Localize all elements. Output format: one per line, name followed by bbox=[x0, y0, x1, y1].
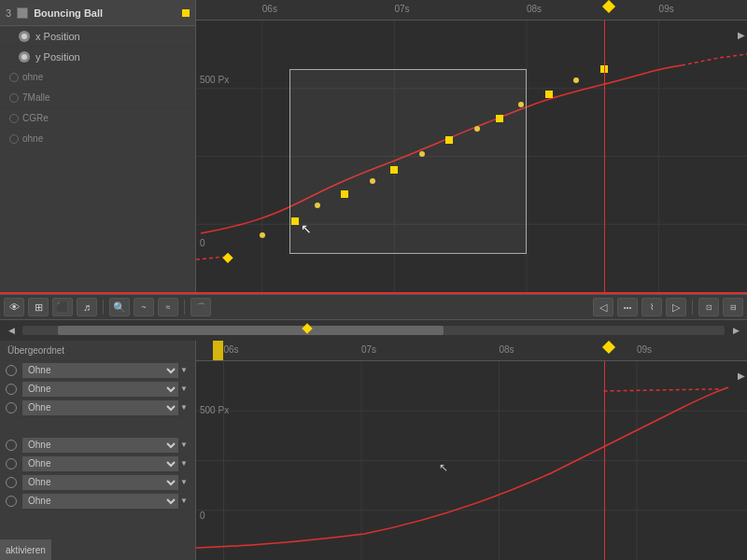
tick-08s-bot: 08s bbox=[500, 344, 514, 355]
nav-prev-btn[interactable]: ◀ bbox=[4, 323, 19, 338]
keyframe-3[interactable] bbox=[341, 190, 348, 198]
dropdown-5[interactable]: Ohne bbox=[22, 456, 178, 471]
dropdown-arrow-4: ▼ bbox=[180, 441, 190, 450]
tick-06s-bot: 06s bbox=[224, 344, 239, 355]
toolbar-dot2-btn[interactable]: ⊡ bbox=[698, 298, 719, 316]
layer-dots bbox=[182, 9, 190, 17]
row-dot-3 bbox=[9, 114, 19, 123]
timeline-playhead-marker-top bbox=[602, 0, 615, 13]
toolbar-grid-btn[interactable]: ⊞ bbox=[28, 298, 49, 316]
keyframe-4[interactable] bbox=[390, 166, 398, 174]
playhead-line-top bbox=[604, 21, 605, 292]
aktivieren-label: aktivieren bbox=[0, 539, 51, 560]
toolbar-dot1-btn[interactable]: ••• bbox=[617, 298, 638, 316]
row-text-1: ohne bbox=[22, 72, 43, 82]
keyframe-6[interactable] bbox=[496, 115, 503, 122]
empty-row-2: 7Malle bbox=[0, 88, 195, 108]
row-text-2: 7Malle bbox=[22, 92, 49, 103]
layer-name: Bouncing Ball bbox=[34, 7, 103, 19]
dropdown-1[interactable]: Ohne bbox=[22, 363, 178, 378]
toolbar-curve1-btn[interactable]: ~ bbox=[134, 298, 154, 316]
empty-rows-top: ohne 7Malle CGRe ohne bbox=[0, 67, 195, 292]
property-row-x[interactable]: x Position bbox=[0, 26, 195, 47]
tick-07s-bot: 07s bbox=[361, 344, 376, 355]
toolbar-headphone-btn[interactable]: ♬ bbox=[77, 298, 97, 316]
y-label-500-top: 500 Px bbox=[200, 75, 229, 85]
playhead-line-bottom bbox=[604, 361, 605, 560]
tangent-3 bbox=[370, 178, 375, 184]
toolbar-eye-btn[interactable]: 👁 bbox=[4, 298, 24, 316]
property-row-y[interactable]: y Position bbox=[0, 47, 195, 67]
scroll-right-top[interactable]: ▶ bbox=[738, 30, 745, 40]
svg-line-7 bbox=[196, 257, 224, 259]
cursor-indicator: ↖ bbox=[301, 221, 308, 231]
toolbar-zoom-btn[interactable]: 🔍 bbox=[109, 298, 130, 316]
y-label-0-top: 0 bbox=[200, 238, 205, 248]
graph-area-bottom: 06s 07s 08s 09s bbox=[196, 341, 747, 560]
spacer-bottom bbox=[0, 417, 195, 436]
empty-row-1: ohne bbox=[0, 67, 195, 88]
dropdown-icon-7 bbox=[6, 496, 17, 507]
dropdown-row-6[interactable]: Ohne ▼ bbox=[0, 473, 195, 492]
empty-row-3: CGRe bbox=[0, 108, 195, 129]
dropdown-4[interactable]: Ohne bbox=[22, 438, 178, 453]
toolbar-arrow-l-btn[interactable]: ◁ bbox=[593, 298, 613, 316]
scroll-right-bottom[interactable]: ▶ bbox=[738, 371, 745, 381]
keyframe-2[interactable] bbox=[291, 217, 299, 225]
dropdown-7[interactable]: Ohne bbox=[22, 494, 178, 509]
top-section: 3 Bouncing Ball x Position y Position bbox=[0, 0, 747, 294]
toolbar-sep-3 bbox=[692, 300, 693, 315]
keyframe-7[interactable] bbox=[545, 91, 553, 98]
dropdown-row-1[interactable]: Ohne ▼ bbox=[0, 361, 195, 380]
cursor-bottom: ↖ bbox=[439, 461, 448, 474]
dropdown-icon-6 bbox=[6, 477, 17, 488]
layer-header[interactable]: 3 Bouncing Ball bbox=[0, 0, 195, 26]
nav-scroll-thumb[interactable] bbox=[58, 326, 444, 335]
keyframe-5[interactable] bbox=[445, 136, 453, 144]
dropdown-row-4[interactable]: Ohne ▼ bbox=[0, 436, 195, 455]
dropdown-3[interactable]: Ohne bbox=[22, 400, 178, 415]
tangent-1 bbox=[260, 232, 265, 238]
empty-row-4: ohne bbox=[0, 129, 195, 149]
layer-color-box bbox=[17, 7, 28, 19]
dropdown-icon-5 bbox=[6, 458, 17, 469]
nav-next-btn[interactable]: ▶ bbox=[728, 323, 743, 338]
dropdown-arrow-6: ▼ bbox=[180, 478, 190, 487]
dropdown-row-5[interactable]: Ohne ▼ bbox=[0, 455, 195, 473]
tangent-7 bbox=[573, 77, 579, 83]
dropdown-arrow-7: ▼ bbox=[180, 497, 190, 506]
dropdown-icon-2 bbox=[6, 384, 17, 395]
toolbar-wave-btn[interactable]: ⌇ bbox=[641, 298, 662, 316]
tangent-2 bbox=[315, 203, 320, 208]
dropdown-row-3[interactable]: Ohne ▼ bbox=[0, 399, 195, 417]
toolbar-curve2-btn[interactable]: ≈ bbox=[158, 298, 178, 316]
dropdown-row-7[interactable]: Ohne ▼ bbox=[0, 492, 195, 511]
layer-number: 3 bbox=[6, 7, 11, 19]
tick-09s-bot: 09s bbox=[637, 344, 652, 355]
active-region-bot bbox=[213, 341, 224, 360]
toolbar-bezier-btn[interactable]: ⌒ bbox=[190, 298, 211, 316]
dropdown-icon-1 bbox=[6, 365, 17, 376]
dropdown-row-2[interactable]: Ohne ▼ bbox=[0, 380, 195, 399]
graph-canvas-top[interactable]: 500 Px 0 ↖ ▶ bbox=[196, 21, 747, 292]
dropdown-6[interactable]: Ohne bbox=[22, 475, 178, 490]
uebergeordnet-label: Übergeordnet bbox=[7, 345, 64, 356]
row-dot-4 bbox=[9, 134, 19, 144]
toolbar-section: 👁 ⊞ ⬛ ♬ 🔍 ~ ≈ ⌒ ◁ ••• ⌇ ▷ ⊡ ⊟ aktivieren bbox=[0, 294, 747, 320]
toolbar-dot3-btn[interactable]: ⊟ bbox=[723, 298, 743, 316]
left-panel-bottom: Übergeordnet Ohne ▼ Ohne ▼ Ohne ▼ bbox=[0, 341, 196, 560]
toolbar-select-btn[interactable]: ⬛ bbox=[52, 298, 73, 316]
graph-area-top: 06s 07s 08s 09s bbox=[196, 0, 747, 292]
dropdown-2[interactable]: Ohne bbox=[22, 382, 178, 397]
row-label-1: ohne bbox=[9, 72, 43, 82]
property-icon-x bbox=[19, 31, 30, 42]
tangent-6 bbox=[518, 102, 524, 107]
y-label-500-bottom: 500 Px bbox=[200, 405, 229, 415]
nav-scrollbar[interactable] bbox=[22, 326, 725, 335]
toolbar-arrow-r-btn[interactable]: ▷ bbox=[666, 298, 686, 316]
row-label-3: CGRe bbox=[9, 113, 49, 123]
timeline-playhead-marker-bottom bbox=[602, 341, 615, 354]
dropdown-arrow-2: ▼ bbox=[180, 385, 190, 394]
graph-canvas-bottom[interactable]: 500 Px 0 ▶ ↖ bbox=[196, 361, 747, 560]
svg-line-15 bbox=[604, 389, 720, 391]
